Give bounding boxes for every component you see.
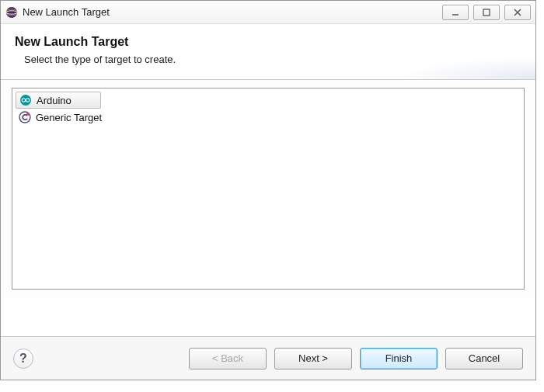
- button-bar: ? < Back Next > Finish Cancel: [1, 336, 535, 380]
- list-item[interactable]: Generic Target: [16, 109, 521, 126]
- cancel-button[interactable]: Cancel: [445, 348, 523, 369]
- back-button[interactable]: < Back: [189, 348, 267, 369]
- minimize-button[interactable]: [442, 5, 469, 20]
- window-controls: [442, 5, 531, 20]
- svg-point-9: [26, 113, 30, 116]
- next-button[interactable]: Next >: [274, 348, 352, 369]
- arduino-icon: [19, 94, 32, 106]
- close-button[interactable]: [504, 5, 531, 20]
- minimize-icon: [451, 8, 460, 17]
- dialog-window: New Launch Target New Launch Target Sele…: [0, 0, 536, 380]
- target-type-list[interactable]: Arduino Generic Target: [12, 88, 525, 290]
- page-title: New Launch Target: [15, 35, 521, 49]
- svg-point-0: [6, 7, 17, 18]
- content-area: Arduino Generic Target: [1, 80, 535, 297]
- list-item-label: Generic Target: [36, 112, 102, 123]
- list-item-label: Arduino: [37, 95, 71, 106]
- maximize-button[interactable]: [473, 5, 500, 20]
- page-subtitle: Select the type of target to create.: [15, 54, 521, 65]
- wizard-header: New Launch Target Select the type of tar…: [1, 24, 535, 80]
- eclipse-icon: [5, 6, 18, 19]
- svg-rect-4: [483, 9, 490, 16]
- maximize-icon: [482, 8, 491, 17]
- finish-button[interactable]: Finish: [360, 348, 438, 369]
- help-button[interactable]: ?: [13, 349, 33, 369]
- help-icon: ?: [19, 352, 27, 366]
- cdt-icon: [19, 111, 31, 123]
- titlebar: New Launch Target: [1, 1, 535, 24]
- list-item[interactable]: Arduino: [16, 92, 101, 109]
- close-icon: [513, 8, 522, 17]
- window-title: New Launch Target: [23, 6, 442, 18]
